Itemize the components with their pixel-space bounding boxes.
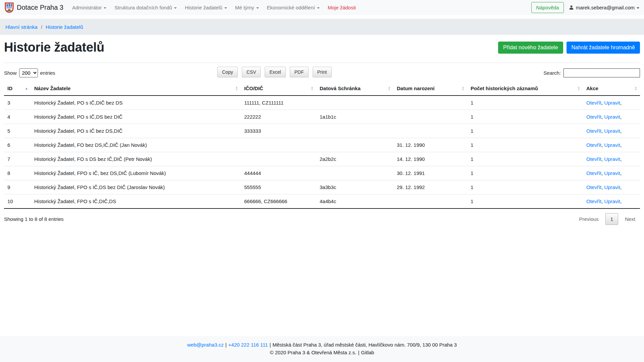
actions-trailing-comma: , xyxy=(620,114,622,120)
cell-id: 6 xyxy=(4,138,31,152)
cell-ico-dic: 555555 xyxy=(241,180,316,194)
cell-actions: Otevřít, Upravit, xyxy=(583,138,640,152)
edit-link[interactable]: Upravit xyxy=(604,114,620,120)
table-row: 5 Historický Žadatel, PO s IČ bez DS,DIČ… xyxy=(4,124,640,138)
edit-link[interactable]: Upravit xyxy=(604,184,620,190)
edit-link[interactable]: Upravit xyxy=(604,128,620,134)
page-title: Historie žadatelů xyxy=(4,40,104,55)
edit-link[interactable]: Upravit xyxy=(604,142,620,148)
actions-trailing-comma: , xyxy=(620,198,622,204)
nav-item-moje-zadosti[interactable]: Moje žádosti xyxy=(324,5,360,10)
cell-actions: Otevřít, Upravit, xyxy=(583,166,640,180)
open-link[interactable]: Otevřít xyxy=(586,114,601,120)
edit-link[interactable]: Upravit xyxy=(604,156,620,162)
cell-id: 7 xyxy=(4,152,31,166)
column-header-datova-schranka[interactable]: Datová Schránka ▲▼ xyxy=(316,81,393,96)
add-applicant-button[interactable]: Přidat nového žadatele xyxy=(498,42,563,54)
cell-id: 4 xyxy=(4,110,31,124)
edit-link[interactable]: Upravit xyxy=(604,198,620,204)
cell-name: Historický Žadatel, FPO s IČ,DS bez DIČ … xyxy=(31,180,241,194)
column-header-nazev-zadatele[interactable]: Název Žadatele ▲▼ xyxy=(31,81,241,96)
cell-pocet-zaznamu: 1 xyxy=(467,110,583,124)
nav-item-ekonomicke-oddeleni[interactable]: Ekonomické oddělení xyxy=(263,5,324,10)
phone-link[interactable]: +420 222 116 111 xyxy=(228,342,268,348)
next-page-button[interactable]: Next xyxy=(620,214,640,225)
cell-pocet-zaznamu: 1 xyxy=(467,166,583,180)
sort-icons: ▲▼ xyxy=(462,86,465,91)
open-link[interactable]: Otevřít xyxy=(586,184,601,190)
navbar-right: Nápověda marek.sebera@gmail.com xyxy=(531,2,639,13)
open-link[interactable]: Otevřít xyxy=(586,170,601,176)
table-row: 9 Historický Žadatel, FPO s IČ,DS bez DI… xyxy=(4,180,640,194)
open-link[interactable]: Otevřít xyxy=(586,142,601,148)
actions-trailing-comma: , xyxy=(620,142,622,148)
cell-pocet-zaznamu: 1 xyxy=(467,194,583,209)
page-footer: web@praha3.cz|+420 222 116 111|Městská č… xyxy=(0,336,644,362)
cell-actions: Otevřít, Upravit, xyxy=(583,194,640,209)
sort-icons: ▲▼ xyxy=(388,86,391,91)
cell-datova-schranka xyxy=(316,138,393,152)
print-button[interactable]: Print xyxy=(313,67,332,77)
cell-ico-dic: 666666, CZ666666 xyxy=(241,194,316,209)
gitlab-link[interactable]: Gitlab xyxy=(361,350,374,355)
cell-name: Historický Žadatel, FO bez DS,IČ,DIČ (Ja… xyxy=(31,138,241,152)
column-header-ico-dic[interactable]: IČO/DIČ ▲▼ xyxy=(241,81,316,96)
cell-name: Historický Žadatel, FPO s IČ, bez DS,DIČ… xyxy=(31,166,241,180)
entries-label: entries xyxy=(40,70,55,76)
cell-datum-narozeni: 31. 12. 1990 xyxy=(393,138,467,152)
column-header-datum-narozeni[interactable]: Datum narození ▲▼ xyxy=(393,81,467,96)
top-navbar: Dotace Praha 3 Administrátor Struktura d… xyxy=(0,0,644,15)
bulk-upload-button[interactable]: Nahrát žadatele hromadně xyxy=(567,42,640,54)
help-button[interactable]: Nápověda xyxy=(531,2,564,13)
cell-pocet-zaznamu: 1 xyxy=(467,96,583,110)
open-link[interactable]: Otevřít xyxy=(586,128,601,134)
column-label: ID xyxy=(7,85,12,91)
cell-ico-dic xyxy=(241,138,316,152)
email-link[interactable]: web@praha3.cz xyxy=(187,342,224,348)
chevron-down-icon xyxy=(174,7,177,9)
table-controls: Show 200 entries Copy CSV Excel PDF Prin… xyxy=(4,66,640,79)
page-1-button[interactable]: 1 xyxy=(605,213,618,225)
open-link[interactable]: Otevřít xyxy=(586,156,601,162)
page-length-select[interactable]: 200 xyxy=(19,68,38,77)
footer-copyright-line: © 2020 Praha 3 & Otevřená Města z.s.|Git… xyxy=(0,349,644,356)
edit-link[interactable]: Upravit xyxy=(604,170,620,176)
column-header-id[interactable]: ID ▲ xyxy=(4,81,31,96)
footer-address: Městská část Praha 3, úřad městské části… xyxy=(273,342,457,348)
show-label: Show xyxy=(4,70,17,76)
cell-id: 8 xyxy=(4,166,31,180)
nav-item-historie-zadatelu[interactable]: Historie žadatelů xyxy=(181,5,231,10)
chevron-down-icon xyxy=(224,7,227,9)
pdf-button[interactable]: PDF xyxy=(290,67,309,77)
table-row: 3 Historický Žadatel, PO s IČ,DIČ bez DS… xyxy=(4,96,640,110)
cell-actions: Otevřít, Upravit, xyxy=(583,124,640,138)
search-input[interactable] xyxy=(564,68,640,77)
breadcrumb-current-link[interactable]: Historie žadatelů xyxy=(46,24,83,30)
chevron-down-icon xyxy=(317,7,320,9)
edit-link[interactable]: Upravit xyxy=(604,100,620,106)
csv-button[interactable]: CSV xyxy=(242,67,261,77)
cell-name: Historický Žadatel, PO s IČ bez DS,DIČ xyxy=(31,124,241,138)
brand[interactable]: Dotace Praha 3 xyxy=(5,2,63,13)
breadcrumb-home-link[interactable]: Hlavní stránka xyxy=(5,24,38,30)
search-control: Search: xyxy=(543,68,640,77)
open-link[interactable]: Otevřít xyxy=(586,100,601,106)
previous-page-button[interactable]: Previous xyxy=(574,214,603,225)
cell-actions: Otevřít, Upravit, xyxy=(583,110,640,124)
applicants-table: ID ▲ Název Žadatele ▲▼ IČO/DIČ ▲▼ Datová… xyxy=(4,81,640,209)
copy-button[interactable]: Copy xyxy=(217,67,238,77)
excel-button[interactable]: Excel xyxy=(265,67,285,77)
nav-item-struktura-dotacnich-fondu[interactable]: Struktura dotačních fondů xyxy=(110,5,181,10)
cell-ico-dic: 444444 xyxy=(241,166,316,180)
user-menu[interactable]: marek.sebera@gmail.com xyxy=(569,5,639,10)
table-info: Showing 1 to 8 of 8 entries xyxy=(4,216,64,222)
chevron-down-icon xyxy=(637,7,639,9)
nav-item-me-tymy[interactable]: Mé týmy xyxy=(231,5,263,10)
column-header-pocet-zaznamu[interactable]: Počet historických záznamů ▲▼ xyxy=(467,81,583,96)
column-header-akce[interactable]: Akce ▲▼ xyxy=(583,81,640,96)
table-row: 7 Historický Žadatel, FO s DS bez IČ,DIČ… xyxy=(4,152,640,166)
table-row: 8 Historický Žadatel, FPO s IČ, bez DS,D… xyxy=(4,166,640,180)
open-link[interactable]: Otevřít xyxy=(586,198,601,204)
footer-separator: | xyxy=(270,342,271,348)
nav-item-administrator[interactable]: Administrátor xyxy=(68,5,110,10)
